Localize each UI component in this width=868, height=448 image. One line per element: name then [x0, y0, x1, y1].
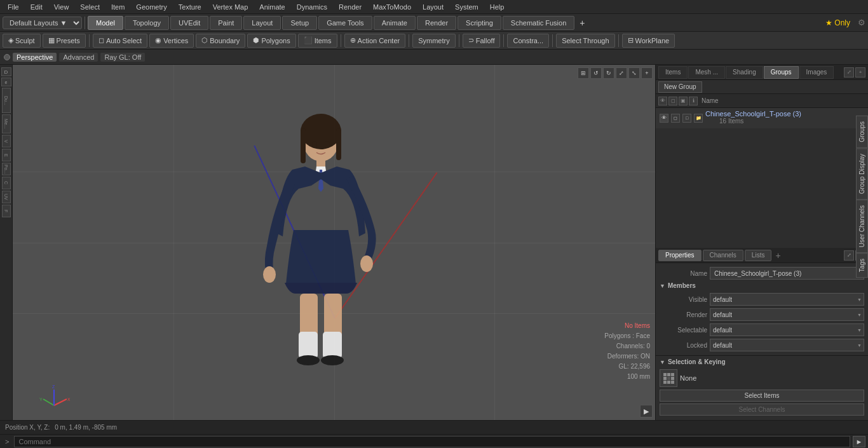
menu-texture[interactable]: Texture: [173, 2, 207, 12]
menu-item[interactable]: Item: [106, 2, 130, 12]
sculpt-button[interactable]: ◈ Sculpt: [3, 34, 41, 48]
tab-animate[interactable]: Animate: [374, 16, 416, 30]
symmetry-button[interactable]: Symmetry: [412, 34, 456, 48]
ptab-groups[interactable]: Groups: [764, 66, 799, 79]
group-lock-col[interactable]: ▣: [679, 97, 688, 105]
layout-selector[interactable]: Default Layouts ▼: [3, 17, 82, 29]
left-btn-1[interactable]: D: [1, 67, 11, 76]
add-props-tab-button[interactable]: +: [773, 250, 783, 261]
menu-view[interactable]: View: [49, 2, 74, 12]
menu-system[interactable]: System: [450, 2, 484, 12]
tab-topology[interactable]: Topology: [125, 16, 169, 30]
select-items-button[interactable]: Select Items: [660, 390, 864, 402]
tab-schematic-fusion[interactable]: Schematic Fusion: [503, 16, 574, 30]
viewport-ctrl-2[interactable]: ↺: [590, 67, 602, 79]
group-info-col[interactable]: ℹ: [689, 97, 698, 105]
polygons-button[interactable]: ⬢ Polygons: [247, 34, 295, 48]
boundary-button[interactable]: ⬡ Boundary: [196, 34, 245, 48]
group-render-col[interactable]: ◻: [668, 97, 677, 105]
menu-dynamics[interactable]: Dynamics: [292, 2, 332, 12]
members-toggle[interactable]: ▼: [660, 283, 665, 289]
ptab-shading[interactable]: Shading: [726, 66, 763, 79]
left-btn-4[interactable]: Me...: [2, 114, 11, 133]
viewport[interactable]: ⊞ ↺ ↻ ⤢ ⤡ + No Items Polygons : Face Cha…: [13, 65, 655, 420]
new-group-button[interactable]: New Group: [658, 81, 702, 93]
vtab-groups[interactable]: Groups: [856, 116, 868, 148]
menu-geometry[interactable]: Geometry: [131, 2, 172, 12]
viewport-perspective[interactable]: Perspective: [13, 53, 57, 62]
vertices-button[interactable]: ◉ Vertices: [149, 34, 194, 48]
ptab-mesh[interactable]: Mesh ...: [688, 66, 725, 79]
vtab-user-channels[interactable]: User Channels: [856, 200, 868, 253]
tab-game-tools[interactable]: Game Tools: [318, 16, 372, 30]
vtab-tags[interactable]: Tags: [856, 253, 868, 278]
viewport-ctrl-6[interactable]: +: [641, 67, 653, 79]
group-vis-col[interactable]: 👁: [658, 97, 667, 105]
tab-paint[interactable]: Paint: [210, 16, 242, 30]
group-eye-icon[interactable]: 👁: [660, 114, 668, 123]
ptab-items[interactable]: Items: [658, 66, 688, 79]
menu-vertex-map[interactable]: Vertex Map: [208, 2, 254, 12]
tab-model[interactable]: Model: [88, 16, 123, 30]
selectable-select[interactable]: default: [710, 323, 864, 336]
locked-select[interactable]: default: [710, 339, 864, 351]
props-tab-properties[interactable]: Properties: [658, 250, 702, 261]
select-through-button[interactable]: Select Through: [556, 34, 614, 48]
group-render-icon[interactable]: ◻: [671, 114, 680, 123]
props-tab-channels[interactable]: Channels: [703, 250, 743, 261]
tab-layout[interactable]: Layout: [243, 16, 281, 30]
menu-layout[interactable]: Layout: [417, 2, 449, 12]
command-exec-button[interactable]: ►: [853, 436, 865, 447]
settings-icon[interactable]: ⚙: [858, 18, 865, 27]
name-input[interactable]: [710, 267, 864, 280]
panel-expand-btn[interactable]: ⤢: [844, 67, 854, 78]
command-input[interactable]: [14, 436, 850, 447]
render-select[interactable]: default: [710, 308, 864, 321]
groups-list[interactable]: 👁 ◻ □ 📁 Chinese_Schoolgirl_T-pose (3) 16…: [656, 108, 868, 248]
left-btn-10[interactable]: F: [2, 205, 11, 217]
items-button[interactable]: ⬛ Items: [298, 34, 337, 48]
left-btn-9[interactable]: UV: [2, 191, 11, 203]
left-btn-6[interactable]: E: [2, 149, 11, 161]
viewport-ctrl-5[interactable]: ⤡: [628, 67, 640, 79]
viewport-ctrl-1[interactable]: ⊞: [578, 67, 589, 79]
viewport-ray-gl[interactable]: Ray GL: Off: [100, 53, 145, 62]
group-lock-icon[interactable]: □: [682, 114, 691, 123]
constraints-button[interactable]: Constra...: [507, 34, 549, 48]
left-btn-8[interactable]: C: [2, 177, 11, 189]
vtab-group-display[interactable]: Group Display: [856, 148, 868, 200]
panel-shrink-btn[interactable]: +: [855, 67, 865, 78]
viewport-ctrl-3[interactable]: ↻: [603, 67, 614, 79]
visible-select[interactable]: default: [710, 293, 864, 306]
auto-select-button[interactable]: ◻ Auto Select: [93, 34, 147, 48]
select-channels-button[interactable]: Select Channels: [660, 404, 864, 416]
presets-button[interactable]: ▦ Presets: [43, 34, 86, 48]
group-row-1[interactable]: 👁 ◻ □ 📁 Chinese_Schoolgirl_T-pose (3) 16…: [656, 108, 868, 128]
menu-maxtomodo[interactable]: MaxToModo: [368, 2, 416, 12]
viewport-ctrl-4[interactable]: ⤢: [616, 67, 627, 79]
left-btn-3[interactable]: Du...: [2, 88, 11, 113]
props-expand-icon[interactable]: ⤢: [844, 250, 854, 261]
left-btn-5[interactable]: V: [2, 135, 11, 147]
menu-animate[interactable]: Animate: [254, 2, 290, 12]
props-tab-lists[interactable]: Lists: [745, 250, 772, 261]
tab-setup[interactable]: Setup: [282, 16, 317, 30]
menu-render[interactable]: Render: [334, 2, 367, 12]
action-center-button[interactable]: ⊕ Action Center: [344, 34, 406, 48]
ptab-images[interactable]: Images: [799, 66, 834, 79]
sel-keying-toggle[interactable]: ▼: [660, 359, 665, 365]
left-btn-2[interactable]: e: [1, 78, 11, 86]
workplane-button[interactable]: ⊟ WorkPlane: [622, 34, 675, 48]
menu-help[interactable]: Help: [485, 2, 510, 12]
menu-file[interactable]: File: [3, 2, 24, 12]
tab-render[interactable]: Render: [417, 16, 456, 30]
left-btn-7[interactable]: Po...: [2, 163, 11, 175]
menu-edit[interactable]: Edit: [25, 2, 48, 12]
add-tab-button[interactable]: +: [576, 18, 588, 28]
tab-uvedit[interactable]: UVEdit: [170, 16, 208, 30]
tab-scripting[interactable]: Scripting: [458, 16, 501, 30]
falloff-button[interactable]: ⊃ Falloff: [463, 34, 501, 48]
menu-select[interactable]: Select: [75, 2, 105, 12]
expand-viewport-button[interactable]: ▶: [640, 405, 653, 417]
viewport-advanced[interactable]: Advanced: [59, 53, 98, 62]
